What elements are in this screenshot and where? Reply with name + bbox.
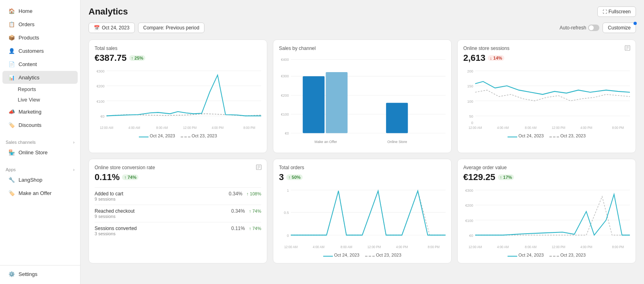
card-total-orders: Total orders 3 ↑ 50% 1 0.5 0 12:00 AM [273,159,452,263]
date-filter-button[interactable]: 📅 Oct 24, 2023 [89,23,135,33]
svg-text:200: 200 [467,69,473,73]
svg-text:12:00 AM: 12:00 AM [469,245,482,249]
sidebar-item-reports[interactable]: Reports [2,84,78,94]
card-sales-by-channel: Sales by channel €400 €300 €200 €100 €0 [273,39,452,153]
sidebar: 🏠 Home 📋 Orders 📦 Products 👤 Customers 📄… [0,0,80,284]
sidebar-item-reports-label: Reports [18,86,36,92]
sessions-export-button[interactable] [624,45,631,52]
page-header: Analytics ⛶ Fullscreen [89,6,636,17]
sidebar-item-content[interactable]: 📄 Content [2,58,78,70]
conv-checkout-pct: 0.34% [231,208,245,214]
conv-checkout-sublabel: 9 sessions [95,214,134,219]
header-right: ⛶ Fullscreen [597,6,636,17]
langshop-icon: 🔧 [8,176,15,183]
svg-text:4:00 PM: 4:00 PM [212,126,223,129]
sidebar-item-langshop-label: LangShop [19,177,42,183]
online-sessions-svg: 200 150 100 50 0 12:00 AM 4:00 AM 8:00 A… [463,66,630,131]
apps-label[interactable]: Apps › [0,164,80,173]
main-content: Analytics ⛶ Fullscreen 📅 Oct 24, 2023 Co… [80,0,644,284]
sidebar-item-marketing[interactable]: 📣 Marketing [2,105,78,118]
sidebar-item-settings[interactable]: ⚙️ Settings [2,267,78,280]
svg-text:€0: €0 [101,114,105,118]
conv-converted-label: Sessions converted [95,226,137,231]
sidebar-item-customers-label: Customers [19,48,44,54]
sidebar-item-marketing-label: Marketing [19,109,41,115]
conv-converted-pct: 0.11% [231,226,245,231]
total-orders-chart: 1 0.5 0 12:00 AM 4:00 AM 8:00 AM 12:00 P… [279,186,446,250]
avg-legend-current: Oct 24, 2023 [508,253,544,257]
svg-text:€0: €0 [469,234,473,238]
sidebar-item-analytics[interactable]: 📊 Analytics [2,71,78,84]
svg-text:100: 100 [467,99,473,103]
sidebar-item-live-view-label: Live View [18,97,40,103]
total-orders-badge: ↑ 50% [286,174,303,180]
svg-text:€200: €200 [281,93,289,97]
analytics-icon: 📊 [8,74,15,81]
conv-cart-label: Added to cart [95,191,123,197]
date-filter-label: Oct 24, 2023 [102,25,130,31]
svg-text:4:00 PM: 4:00 PM [580,245,592,249]
conv-cart-change: ↑ 108% [246,191,261,196]
export-icon [624,45,631,51]
sidebar-item-discounts-label: Discounts [19,122,41,128]
svg-text:€100: €100 [281,112,289,116]
svg-text:€200: €200 [97,84,105,88]
sidebar-item-home[interactable]: 🏠 Home [2,4,78,17]
conv-cart-sublabel: 9 sessions [95,197,123,201]
orders-legend-previous: Oct 23, 2023 [365,253,401,257]
svg-text:8:00 AM: 8:00 AM [156,126,168,129]
auto-refresh-label: Auto-refresh [559,25,586,31]
discounts-icon: 🏷️ [8,121,15,129]
conversion-rate-title: Online store conversion rate [95,165,155,170]
svg-text:50: 50 [469,114,473,118]
total-sales-title: Total sales [95,46,261,51]
svg-text:€100: €100 [97,99,105,103]
cards-grid: Total sales €387.75 ↑ 25% €300 €200 €100… [89,39,636,263]
conversion-export-button[interactable] [256,164,262,172]
svg-text:€200: €200 [465,203,473,207]
svg-text:12:00 PM: 12:00 PM [183,126,197,129]
svg-rect-26 [386,103,408,133]
svg-text:12:00 PM: 12:00 PM [552,126,566,129]
marketing-icon: 📣 [8,108,15,115]
card-conversion-rate: Online store conversion rate 0.11% ↑ 74% [89,159,267,263]
sidebar-item-customers[interactable]: 👤 Customers [2,44,78,57]
svg-text:4:00 AM: 4:00 AM [497,126,509,129]
svg-text:150: 150 [467,84,473,88]
fullscreen-button[interactable]: ⛶ Fullscreen [597,6,636,17]
sidebar-item-langshop[interactable]: 🔧 LangShop [2,173,78,186]
svg-text:€300: €300 [97,69,105,73]
conversion-table: Added to cart 9 sessions 0.34% ↑ 108% Re… [95,187,261,239]
svg-text:8:00 PM: 8:00 PM [612,245,624,249]
conv-converted-sublabel: 3 sessions [95,231,137,236]
customize-button[interactable]: Customize [603,23,636,33]
svg-text:€0: €0 [285,131,289,135]
compare-button[interactable]: Compare: Previous period [138,23,204,33]
svg-rect-25 [326,72,347,133]
sales-channels-label[interactable]: Sales channels › [0,137,80,145]
sidebar-item-discounts[interactable]: 🏷️ Discounts [2,118,78,131]
sidebar-item-live-view[interactable]: Live View [2,95,78,105]
sidebar-item-make-an-offer[interactable]: 🏷️ Make an Offer [2,187,78,199]
online-sessions-legend: Oct 24, 2023 Oct 23, 2023 [463,133,630,138]
sidebar-item-orders[interactable]: 📋 Orders [2,18,78,31]
card-avg-order-value: Average order value €129.25 ↑ 17% €300 €… [457,159,636,263]
conversion-rate-value: 0.11% ↑ 74% [95,172,155,182]
svg-text:12:00 AM: 12:00 AM [469,126,482,129]
auto-refresh-toggle[interactable]: Auto-refresh [559,25,599,31]
calendar-icon: 📅 [94,25,100,31]
conv-cart-pct: 0.34% [229,191,242,197]
svg-text:0.5: 0.5 [284,211,289,215]
svg-text:0: 0 [471,121,473,125]
toggle-switch[interactable] [588,25,599,31]
sidebar-item-settings-label: Settings [19,271,37,277]
fullscreen-icon: ⛶ [603,9,607,14]
svg-text:4:00 AM: 4:00 AM [128,126,140,129]
sidebar-item-products[interactable]: 📦 Products [2,31,78,44]
total-sales-badge: ↑ 25% [129,55,146,61]
svg-text:Make an Offer: Make an Offer [314,139,337,143]
conv-converted-change: ↑ 74% [249,226,261,231]
avg-order-chart: €300 €200 €100 €0 12:00 AM 4:00 AM 8:00 … [463,186,630,250]
sidebar-item-online-store[interactable]: 🏪 Online Store [2,146,78,159]
orders-legend-current: Oct 24, 2023 [323,253,359,257]
